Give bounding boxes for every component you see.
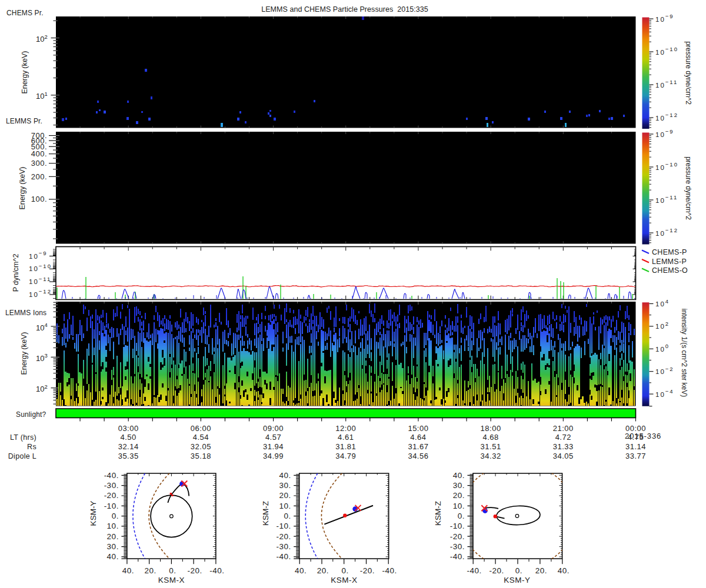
svg-text:10−9: 10−9	[29, 250, 48, 260]
svg-text:-40.: -40.	[209, 566, 224, 575]
svg-text:-30.: -30.	[450, 542, 465, 551]
svg-text:LT (hrs): LT (hrs)	[10, 433, 36, 442]
svg-text:-20.: -20.	[104, 491, 119, 500]
svg-text:-20.: -20.	[276, 532, 291, 541]
svg-text:10−11: 10−11	[29, 276, 51, 286]
svg-text:LEMMS Ions: LEMMS Ions	[5, 309, 46, 317]
svg-text:10−11: 10−11	[655, 79, 678, 89]
svg-text:10−9: 10−9	[655, 128, 674, 138]
svg-text:LEMMS Pr.: LEMMS Pr.	[6, 117, 42, 125]
svg-text:Energy (keV): Energy (keV)	[20, 332, 28, 375]
svg-text:2015-336: 2015-336	[625, 432, 661, 440]
svg-text:31.94: 31.94	[263, 442, 284, 451]
svg-text:32.14: 32.14	[118, 442, 139, 451]
svg-text:31.81: 31.81	[335, 442, 356, 451]
svg-text:10−4: 10−4	[655, 388, 674, 398]
svg-text:34.79: 34.79	[335, 452, 356, 460]
svg-text:10−10: 10−10	[655, 46, 678, 56]
svg-text:200.: 200.	[31, 172, 47, 181]
svg-text:4.57: 4.57	[265, 433, 281, 442]
svg-text:-20.: -20.	[450, 532, 465, 541]
svg-text:4.68: 4.68	[482, 433, 498, 442]
svg-text:-10.: -10.	[450, 522, 465, 530]
svg-text:20.: 20.	[107, 532, 119, 541]
svg-text:KSM-Y: KSM-Y	[504, 576, 530, 584]
svg-text:-40.: -40.	[467, 566, 482, 575]
svg-text:-40.: -40.	[450, 552, 465, 561]
svg-text:100.: 100.	[31, 195, 47, 203]
svg-text:10−2: 10−2	[655, 366, 674, 376]
svg-text:10−12: 10−12	[29, 288, 52, 298]
svg-text:34.56: 34.56	[408, 452, 428, 460]
svg-text:intensity 1/(s cm^2 ster keV): intensity 1/(s cm^2 ster keV)	[680, 309, 688, 397]
svg-text:Energy (keV): Energy (keV)	[21, 51, 29, 94]
svg-text:-20.: -20.	[489, 566, 504, 575]
svg-text:10−12: 10−12	[655, 227, 678, 237]
svg-text:KSM-Z: KSM-Z	[434, 501, 442, 526]
svg-text:KSM-X: KSM-X	[158, 576, 185, 584]
svg-text:102: 102	[655, 320, 670, 330]
svg-text:4.61: 4.61	[338, 433, 354, 442]
svg-text:CHEMS-O: CHEMS-O	[652, 266, 688, 275]
svg-text:KSM-Y: KSM-Y	[89, 501, 98, 526]
svg-text:Dipole L: Dipole L	[8, 452, 36, 460]
svg-text:4.72: 4.72	[555, 433, 571, 442]
svg-text:400.: 400.	[31, 149, 47, 158]
svg-text:40.: 40.	[122, 566, 134, 575]
svg-text:-10.: -10.	[276, 522, 291, 530]
svg-text:pressure dyne/cm^2: pressure dyne/cm^2	[684, 156, 692, 220]
svg-text:KSM-X: KSM-X	[331, 576, 357, 584]
svg-text:Energy (keV): Energy (keV)	[18, 167, 26, 210]
svg-text:10−12: 10−12	[655, 112, 678, 122]
svg-text:35.35: 35.35	[118, 452, 139, 460]
svg-text:20.: 20.	[317, 566, 329, 575]
svg-text:10−10: 10−10	[655, 161, 678, 171]
svg-text:300.: 300.	[31, 159, 47, 168]
svg-text:31.51: 31.51	[481, 442, 501, 451]
svg-text:32.05: 32.05	[191, 442, 211, 451]
svg-text:-40.: -40.	[276, 552, 291, 561]
svg-text:0.: 0.	[284, 512, 291, 520]
svg-text:101: 101	[36, 91, 48, 101]
svg-text:0.: 0.	[515, 566, 522, 575]
svg-text:10.: 10.	[279, 502, 291, 510]
svg-text:40.: 40.	[295, 566, 307, 575]
svg-text:30.: 30.	[453, 481, 465, 490]
svg-text:18:00: 18:00	[481, 424, 501, 433]
svg-text:33.77: 33.77	[625, 452, 646, 460]
svg-text:LEMMS-P: LEMMS-P	[652, 258, 687, 266]
svg-text:10.: 10.	[107, 522, 119, 530]
svg-text:20.: 20.	[453, 491, 465, 500]
svg-text:P dyn/cm^2: P dyn/cm^2	[12, 254, 20, 292]
svg-text:15:00: 15:00	[408, 424, 428, 433]
svg-text:0.: 0.	[112, 512, 119, 520]
svg-text:09:00: 09:00	[263, 424, 284, 433]
svg-text:20.: 20.	[535, 566, 547, 575]
svg-text:10−11: 10−11	[655, 194, 678, 204]
svg-text:LEMMS and CHEMS Particle Press: LEMMS and CHEMS Particle Pressures 2015:…	[261, 5, 428, 14]
svg-text:-20.: -20.	[360, 566, 375, 575]
svg-text:0.: 0.	[458, 512, 465, 520]
svg-text:104: 104	[36, 322, 48, 332]
svg-text:-30.: -30.	[104, 481, 119, 490]
svg-text:35.18: 35.18	[191, 452, 211, 460]
svg-text:CHEMS-P: CHEMS-P	[652, 248, 687, 256]
svg-text:Rs: Rs	[27, 443, 36, 451]
svg-text:20.: 20.	[279, 491, 291, 500]
svg-text:10−10: 10−10	[29, 263, 52, 273]
svg-text:20.: 20.	[145, 566, 156, 575]
svg-text:31.14: 31.14	[625, 442, 646, 451]
svg-text:4.54: 4.54	[193, 433, 209, 442]
svg-text:31.67: 31.67	[408, 442, 428, 451]
svg-text:104: 104	[655, 298, 670, 308]
svg-text:40.: 40.	[107, 552, 119, 561]
svg-text:KSM-Z: KSM-Z	[261, 501, 270, 526]
svg-text:-40.: -40.	[104, 471, 119, 480]
svg-text:-40.: -40.	[382, 566, 397, 575]
svg-text:34.99: 34.99	[263, 452, 284, 460]
svg-text:-10.: -10.	[104, 502, 119, 510]
svg-text:30.: 30.	[279, 481, 291, 490]
svg-text:CHEMS Pr.: CHEMS Pr.	[6, 9, 44, 17]
svg-text:12:00: 12:00	[335, 424, 356, 433]
svg-text:10−9: 10−9	[655, 13, 674, 23]
